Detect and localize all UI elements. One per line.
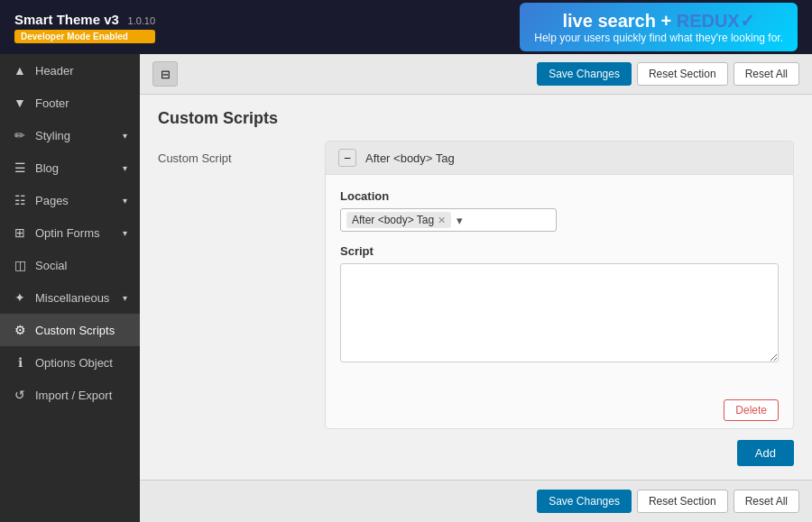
sidebar-label-custom-scripts: Custom Scripts bbox=[35, 324, 115, 337]
panel-collapse-button[interactable]: – bbox=[338, 149, 356, 167]
sidebar-item-pages[interactable]: ☷ Pages ▾ bbox=[0, 184, 140, 216]
panel-title: After <body> Tag bbox=[365, 151, 455, 165]
optin-forms-icon: ⊞ bbox=[13, 225, 27, 240]
row-label: Custom Script bbox=[158, 141, 325, 466]
remove-tag-icon[interactable]: ✕ bbox=[438, 215, 446, 226]
chevron-down-icon: ▾ bbox=[123, 131, 127, 141]
panel-footer: Delete bbox=[326, 392, 793, 428]
location-field-group: Location After <body> Tag ✕ ▾ bbox=[340, 189, 779, 232]
sidebar-label-import-export: Import / Export bbox=[35, 389, 112, 402]
sidebar-label-blog: Blog bbox=[35, 161, 59, 175]
bottom-reset-section-button[interactable]: Reset Section bbox=[637, 490, 728, 513]
bottom-toolbar: Save Changes Reset Section Reset All bbox=[140, 480, 812, 522]
import-export-icon: ↺ bbox=[13, 388, 27, 402]
reset-all-button[interactable]: Reset All bbox=[734, 62, 799, 86]
header-icon: ▲ bbox=[13, 63, 27, 78]
add-button-area: Add bbox=[325, 440, 794, 466]
location-tag-value: After <body> Tag bbox=[352, 214, 434, 226]
save-changes-button[interactable]: Save Changes bbox=[537, 62, 632, 86]
collapse-icon: – bbox=[345, 151, 351, 164]
ad-title: live search + REDUX✓ bbox=[534, 10, 783, 32]
chevron-down-icon: ▾ bbox=[123, 228, 127, 238]
sidebar-label-social: Social bbox=[35, 259, 67, 272]
sidebar-item-header[interactable]: ▲ Header bbox=[0, 54, 140, 87]
delete-button[interactable]: Delete bbox=[724, 399, 779, 421]
sidebar-item-custom-scripts[interactable]: ⚙ Custom Scripts bbox=[0, 314, 140, 346]
footer-icon: ▼ bbox=[13, 96, 27, 110]
location-tag: After <body> Tag ✕ bbox=[346, 212, 451, 228]
sidebar-item-social[interactable]: ◫ Social bbox=[0, 249, 140, 281]
app-title-line: Smart Theme v3 1.0.10 bbox=[14, 12, 155, 27]
script-textarea[interactable] bbox=[340, 263, 779, 362]
content-body: Custom Scripts Custom Script – After <bo… bbox=[140, 95, 812, 480]
chevron-down-icon: ▾ bbox=[123, 163, 127, 173]
reset-section-button[interactable]: Reset Section bbox=[637, 62, 728, 86]
sidebar-item-footer[interactable]: ▼ Footer bbox=[0, 87, 140, 119]
options-object-icon: ℹ bbox=[13, 355, 27, 370]
add-button[interactable]: Add bbox=[737, 440, 794, 466]
pages-icon: ☷ bbox=[13, 193, 27, 207]
styling-icon: ✏ bbox=[13, 128, 27, 142]
app-version: 1.0.10 bbox=[128, 15, 156, 26]
sidebar-label-styling: Styling bbox=[35, 129, 70, 142]
script-panel: – After <body> Tag Location After <body>… bbox=[325, 141, 794, 429]
app-branding: Smart Theme v3 1.0.10 Developer Mode Ena… bbox=[14, 12, 155, 43]
sidebar-item-import-export[interactable]: ↺ Import / Export bbox=[0, 379, 140, 411]
bottom-reset-all-button[interactable]: Reset All bbox=[734, 490, 799, 513]
custom-scripts-icon: ⚙ bbox=[13, 323, 27, 337]
social-icon: ◫ bbox=[13, 258, 27, 272]
expand-collapse-icon[interactable]: ⊟ bbox=[152, 61, 178, 87]
expand-icon-symbol: ⊟ bbox=[161, 68, 171, 81]
bottom-toolbar-buttons: Save Changes Reset Section Reset All bbox=[537, 490, 799, 513]
sidebar-item-blog[interactable]: ☰ Blog ▾ bbox=[0, 151, 140, 184]
chevron-down-icon: ▾ bbox=[123, 196, 127, 206]
sidebar-label-options-object: Options Object bbox=[35, 356, 113, 370]
app-name: Smart Theme v3 bbox=[14, 12, 119, 27]
top-bar: Smart Theme v3 1.0.10 Developer Mode Ena… bbox=[0, 0, 812, 54]
page-title: Custom Scripts bbox=[158, 109, 794, 128]
chevron-down-icon: ▾ bbox=[123, 293, 127, 303]
sidebar-label-pages: Pages bbox=[35, 194, 69, 207]
script-label: Script bbox=[340, 244, 779, 258]
panel-header: – After <body> Tag bbox=[326, 142, 793, 175]
sidebar-label-misc: Miscellaneous bbox=[35, 291, 109, 305]
dropdown-arrow-icon[interactable]: ▾ bbox=[457, 214, 463, 227]
sidebar: ▲ Header ▼ Footer ✏ Styling ▾ ☰ Blog ▾ ☷… bbox=[0, 54, 140, 522]
sidebar-label-optin-forms: Optin Forms bbox=[35, 226, 100, 240]
ad-title-text: live search + bbox=[563, 11, 677, 31]
sidebar-item-options-object[interactable]: ℹ Options Object bbox=[0, 346, 140, 379]
sidebar-item-optin-forms[interactable]: ⊞ Optin Forms ▾ bbox=[0, 216, 140, 249]
location-label: Location bbox=[340, 189, 779, 203]
bottom-save-changes-button[interactable]: Save Changes bbox=[537, 490, 632, 513]
sidebar-item-styling[interactable]: ✏ Styling ▾ bbox=[0, 119, 140, 151]
script-field-group: Script bbox=[340, 244, 779, 365]
ad-redux-text: REDUX✓ bbox=[677, 11, 755, 31]
sidebar-item-miscellaneous[interactable]: ✦ Miscellaneous ▾ bbox=[0, 281, 140, 314]
custom-script-row: Custom Script – After <body> Tag bbox=[158, 141, 794, 466]
ad-banner[interactable]: live search + REDUX✓ Help your users qui… bbox=[520, 3, 798, 51]
panel-body: Location After <body> Tag ✕ ▾ bbox=[326, 175, 793, 392]
blog-icon: ☰ bbox=[13, 160, 27, 175]
sidebar-label-footer: Footer bbox=[35, 96, 69, 110]
content-area: ⊟ Save Changes Reset Section Reset All C… bbox=[140, 54, 812, 522]
ad-subtitle: Help your users quickly find what they'r… bbox=[534, 32, 783, 44]
top-toolbar: ⊟ Save Changes Reset Section Reset All bbox=[140, 54, 812, 95]
misc-icon: ✦ bbox=[13, 290, 27, 305]
location-select[interactable]: After <body> Tag ✕ ▾ bbox=[340, 208, 557, 232]
main-layout: ▲ Header ▼ Footer ✏ Styling ▾ ☰ Blog ▾ ☷… bbox=[0, 54, 812, 522]
dev-mode-badge: Developer Mode Enabled bbox=[14, 30, 155, 43]
sidebar-label-header: Header bbox=[35, 64, 74, 78]
toolbar-buttons: Save Changes Reset Section Reset All bbox=[537, 62, 799, 86]
